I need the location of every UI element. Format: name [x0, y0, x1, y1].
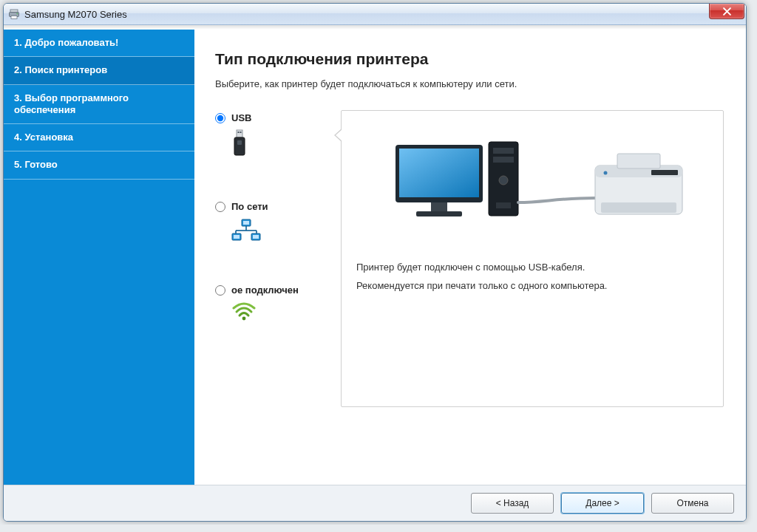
- option-usb-label: USB: [231, 113, 251, 123]
- svg-rect-16: [234, 235, 240, 239]
- svg-point-19: [242, 316, 246, 320]
- wifi-icon: [231, 301, 257, 324]
- sidebar-item-label: 1. Добро пожаловать!: [14, 37, 118, 48]
- sidebar-item-search[interactable]: 2. Поиск принтеров: [4, 57, 194, 84]
- preview-line-1: Принтер будет подключен с помощью USB-ка…: [356, 262, 708, 273]
- option-usb[interactable]: USB: [215, 113, 341, 160]
- options-row: USB: [215, 110, 724, 407]
- cancel-button[interactable]: Отмена: [651, 493, 734, 514]
- svg-rect-8: [237, 140, 242, 145]
- sidebar-item-label: 2. Поиск принтеров: [14, 64, 107, 75]
- svg-rect-26: [493, 148, 514, 154]
- option-network[interactable]: По сети: [215, 202, 341, 243]
- page-subtitle: Выберите, как принтер будет подключаться…: [215, 78, 724, 89]
- close-button[interactable]: [709, 4, 744, 19]
- svg-rect-10: [243, 221, 249, 225]
- window-controls: [709, 4, 744, 18]
- preview-line-2: Рекомендуется при печати только с одного…: [356, 280, 708, 291]
- radio-wireless[interactable]: [215, 285, 225, 296]
- next-button[interactable]: Далее >: [561, 493, 644, 514]
- option-wireless[interactable]: ое подключен: [215, 285, 341, 324]
- preview-panel: Принтер будет подключен с помощью USB-ка…: [341, 110, 724, 407]
- svg-rect-23: [431, 202, 447, 211]
- sidebar-item-label: 4. Установка: [14, 132, 73, 143]
- svg-rect-6: [240, 132, 242, 133]
- content: Тип подключения принтера Выберите, как п…: [194, 30, 746, 485]
- option-network-label: По сети: [231, 202, 268, 212]
- svg-rect-27: [493, 157, 514, 163]
- svg-point-3: [16, 13, 18, 14]
- options-column: USB: [215, 110, 341, 324]
- page-title: Тип подключения принтера: [215, 50, 724, 68]
- svg-rect-7: [234, 137, 245, 155]
- svg-rect-2: [11, 16, 17, 19]
- titlebar: Samsung M2070 Series: [4, 4, 746, 25]
- svg-point-35: [604, 171, 608, 175]
- svg-rect-5: [238, 132, 240, 133]
- svg-rect-34: [651, 170, 678, 175]
- svg-rect-32: [617, 154, 660, 168]
- network-icon: [231, 219, 261, 244]
- footer: < Назад Далее > Отмена: [4, 485, 746, 521]
- svg-rect-33: [601, 202, 676, 213]
- svg-rect-4: [237, 130, 242, 137]
- installer-window: Samsung M2070 Series 1. Добро пожаловать…: [3, 3, 747, 522]
- radio-network[interactable]: [215, 202, 225, 212]
- back-button[interactable]: < Назад: [471, 493, 554, 514]
- window-title: Samsung M2070 Series: [24, 9, 127, 20]
- svg-rect-18: [253, 235, 259, 239]
- body: 1. Добро пожаловать! 2. Поиск принтеров …: [4, 30, 746, 485]
- option-wireless-label: ое подключен: [231, 285, 299, 296]
- svg-rect-24: [416, 211, 462, 216]
- svg-rect-29: [496, 202, 511, 208]
- sidebar-item-welcome[interactable]: 1. Добро пожаловать!: [4, 30, 194, 57]
- sidebar: 1. Добро пожаловать! 2. Поиск принтеров …: [4, 30, 194, 485]
- sidebar-item-install[interactable]: 4. Установка: [4, 124, 194, 151]
- svg-rect-22: [399, 149, 479, 197]
- radio-usb[interactable]: [215, 113, 225, 123]
- sidebar-item-done[interactable]: 5. Готово: [4, 151, 194, 179]
- sidebar-item-label: 3. Выбор программного обеспечения: [14, 92, 129, 115]
- sidebar-item-software[interactable]: 3. Выбор программного обеспечения: [4, 85, 194, 125]
- printer-icon: [8, 8, 20, 20]
- preview-description: Принтер будет подключен с помощью USB-ка…: [356, 254, 708, 299]
- svg-point-28: [499, 176, 508, 185]
- connection-diagram: [356, 124, 708, 242]
- usb-stick-icon: [231, 129, 248, 160]
- sidebar-item-label: 5. Готово: [14, 159, 58, 170]
